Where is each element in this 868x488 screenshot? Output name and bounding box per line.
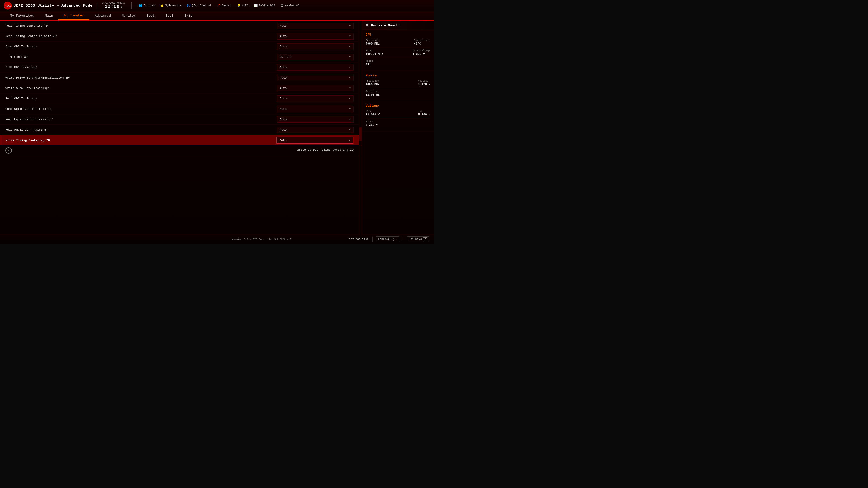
setting-dropdown-write-slew[interactable]: Auto ▼ [277, 85, 353, 92]
hw-capacity-col: Capacity 32768 MB [366, 90, 379, 96]
setting-dropdown-comp-optimization[interactable]: Auto ▼ [277, 106, 353, 112]
setting-dropdown-read-equalization[interactable]: Auto ▼ [277, 116, 353, 123]
setting-dropdown-write-drive[interactable]: Auto ▼ [277, 74, 353, 81]
aura-icon: 💡 [237, 4, 241, 7]
setting-dropdown-write-timing-2d[interactable]: Auto ▼ [276, 137, 353, 144]
hw-monitor-header: 🖥 Hardware Monitor [362, 21, 434, 30]
setting-dropdown-read-timing-td[interactable]: Auto ▼ [277, 23, 353, 29]
chevron-down-icon: ▼ [349, 97, 350, 100]
chevron-down-icon: ▼ [349, 25, 350, 27]
scrollbar-thumb[interactable] [360, 127, 362, 141]
hw-memory-title: Memory [366, 74, 430, 77]
tool-myfavorite-label: MyFavorite [165, 4, 181, 7]
hw-corevoltage-label: Core Voltage [412, 49, 430, 52]
setting-dropdown-read-odt[interactable]: Auto ▼ [277, 95, 353, 102]
nav-monitor[interactable]: Monitor [116, 11, 141, 20]
setting-row-comp-optimization[interactable]: Comp Optimization Training Auto ▼ [0, 104, 359, 114]
nav-aitweaker[interactable]: Ai Tweaker [58, 11, 89, 20]
hw-volt-row-1: +3.3V 3.360 V [366, 120, 430, 127]
hw-cpu-temp-label: Temperature [414, 39, 430, 41]
setting-row-info: i Write Dq-Dqs Timing Centering 2D [0, 145, 359, 157]
search-question-icon: ❓ [217, 4, 221, 7]
tool-aura[interactable]: 💡 AURA [235, 3, 251, 8]
setting-row-max-rtt-wr[interactable]: Max RTT_WR ODT Off ▼ [0, 52, 359, 62]
fan-icon: 🌀 [187, 4, 191, 7]
setting-dropdown-dimm-ron[interactable]: Auto ▼ [277, 64, 353, 71]
hw-ratio-value: 49x [366, 63, 373, 66]
hw-cpu-title: CPU [366, 33, 430, 37]
setting-dropdown-max-rtt-wr[interactable]: ODT Off ▼ [277, 54, 353, 60]
tool-qfan[interactable]: 🌀 Qfan Control [184, 3, 213, 8]
nav-boot[interactable]: Boot [141, 11, 160, 20]
hw-mem-freq-value: 4800 MHz [366, 83, 379, 86]
main-layout: Read Timing Centering TD Auto ▼ Read Tim… [0, 21, 434, 234]
nav-advanced[interactable]: Advanced [89, 11, 116, 20]
hw-mem-voltage-value: 1.120 V [418, 83, 430, 86]
chevron-down-icon: ▼ [349, 66, 350, 69]
ezmode-arrow-icon: ⇒ [396, 237, 397, 241]
chevron-down-icon: ▼ [349, 35, 350, 37]
hw-capacity-label: Capacity [366, 90, 379, 93]
chevron-down-icon: ▼ [349, 45, 350, 48]
scrollbar-track[interactable] [359, 21, 362, 234]
footer-right: Last Modified EzMode(F7) ⇒ Hot Keys ? [347, 236, 430, 242]
tool-english[interactable]: 🌐 English [136, 3, 157, 8]
setting-row-read-timing-jr[interactable]: Read Timing Centering with JR Auto ▼ [0, 31, 359, 41]
hw-5v-col: +5V 5.160 V [418, 110, 430, 116]
setting-row-write-timing-2d[interactable]: Write Timing Centering 2D Auto ▼ [0, 135, 359, 145]
info-icon: i [5, 147, 12, 154]
nav-main[interactable]: Main [39, 11, 59, 20]
hw-monitor-panel: 🖥 Hardware Monitor CPU Frequency 4900 MH… [362, 21, 434, 234]
setting-dropdown-read-amplifier[interactable]: Auto ▼ [277, 127, 353, 133]
setting-row-write-slew[interactable]: Write Slew Rate Training* Auto ▼ [0, 83, 359, 94]
setting-label-read-equalization: Read Equalization Training* [5, 118, 277, 121]
settings-icon[interactable]: ⚙ [121, 5, 122, 9]
hw-bclk-col: BCLK 100.00 MHz [366, 49, 383, 56]
setting-row-dimm-odt[interactable]: Dimm ODT Training* Auto ▼ [0, 41, 359, 52]
hotkeys-button[interactable]: Hot Keys ? [407, 236, 430, 242]
tool-english-label: English [143, 4, 155, 7]
hw-5v-value: 5.160 V [418, 113, 430, 116]
nav-tool[interactable]: Tool [160, 11, 179, 20]
setting-label-write-drive: Write Drive Strength/Equalization 2D* [5, 76, 277, 79]
ezmode-label: EzMode(F7) [378, 238, 395, 241]
hw-33v-value: 3.360 V [366, 123, 378, 127]
setting-dropdown-dimm-odt[interactable]: Auto ▼ [277, 43, 353, 50]
settings-content: Read Timing Centering TD Auto ▼ Read Tim… [0, 21, 359, 234]
hw-mem-row-0: Frequency 4800 MHz Voltage 1.120 V [366, 79, 430, 86]
hw-mem-divider [366, 88, 430, 88]
hw-cpu-temp-value: 46°C [414, 42, 430, 45]
datetime-block: 08/22/2022 Monday 10:00 ⚙ [102, 2, 125, 9]
setting-row-read-amplifier[interactable]: Read Amplifier Training* Auto ▼ [0, 125, 359, 135]
hw-cpu-frequency-col: Frequency 4900 MHz [366, 39, 379, 45]
tool-search-label: Search [222, 4, 231, 7]
tool-resizebar[interactable]: 📊 ReSize BAR [252, 3, 277, 8]
chevron-down-icon: ▼ [349, 87, 350, 90]
setting-dropdown-read-timing-jr[interactable]: Auto ▼ [277, 33, 353, 39]
tool-memtest[interactable]: 🖥 MemTest86 [278, 3, 302, 8]
app-title: UEFI BIOS Utility – Advanced Mode [13, 4, 93, 8]
tool-myfavorite[interactable]: ⭐ MyFavorite [158, 3, 184, 8]
hw-cpu-temp-col: Temperature 46°C [414, 39, 430, 45]
nav-favorites[interactable]: My Favorites [4, 11, 39, 20]
header-time: 10:00 [105, 4, 120, 9]
hotkeys-question-icon: ? [423, 237, 428, 241]
ezmode-button[interactable]: EzMode(F7) ⇒ [376, 236, 399, 242]
hw-voltage-section: Voltage +12V 12.000 V +5V 5.160 V +3.3V … [362, 101, 434, 131]
svg-text:ROG: ROG [4, 4, 11, 7]
content-wrapper: Read Timing Centering TD Auto ▼ Read Tim… [0, 21, 362, 234]
setting-row-read-timing-td[interactable]: Read Timing Centering TD Auto ▼ [0, 21, 359, 31]
setting-row-dimm-ron[interactable]: DIMM RON Training* Auto ▼ [0, 62, 359, 73]
setting-row-write-drive[interactable]: Write Drive Strength/Equalization 2D* Au… [0, 73, 359, 83]
hw-cpu-freq-label: Frequency [366, 39, 379, 41]
hw-capacity-value: 32768 MB [366, 93, 379, 96]
setting-row-read-equalization[interactable]: Read Equalization Training* Auto ▼ [0, 114, 359, 125]
hw-cpu-row-1: BCLK 100.00 MHz Core Voltage 1.332 V [366, 49, 430, 56]
memtest-icon: 🖥 [281, 4, 284, 7]
last-modified-label: Last Modified [347, 238, 369, 241]
tool-memtest-label: MemTest86 [285, 4, 300, 7]
hw-cpu-row-2: Ratio 49x [366, 60, 430, 66]
setting-row-read-odt[interactable]: Read ODT Training* Auto ▼ [0, 94, 359, 104]
nav-exit[interactable]: Exit [179, 11, 198, 20]
tool-search[interactable]: ❓ Search [215, 3, 234, 8]
